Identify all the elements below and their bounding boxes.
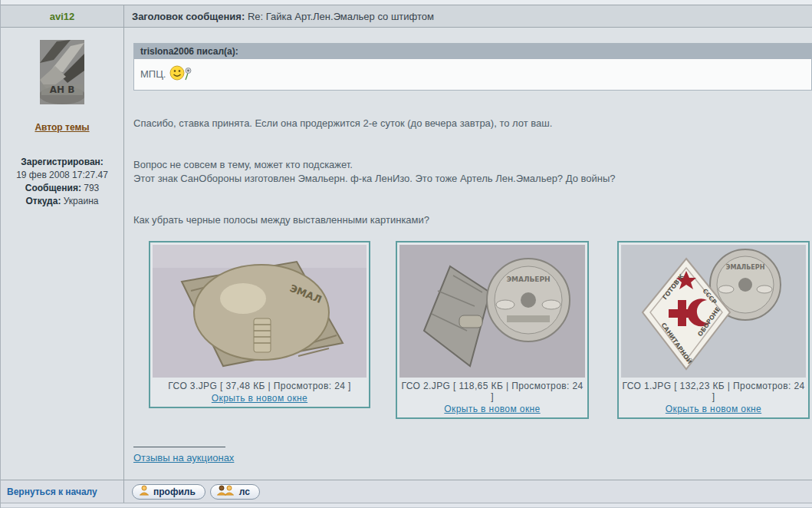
- post-paragraph: Вопрос не совсем в тему, может кто подск…: [133, 158, 812, 172]
- post-paragraph: Как убрать черные полосы между выставлен…: [133, 213, 812, 227]
- svg-text:ЭМАЛЬЕРН: ЭМАЛЬЕРН: [726, 264, 765, 271]
- attachment-image-gso1: ЭМАЛЬЕРН ГОТОВ К САНИТАРНОЙ ОБОРОНЕ СССР: [621, 245, 806, 378]
- profile-buttons-cell: профиль лс: [124, 484, 260, 500]
- signature-block: Отзывы на аукционах: [133, 447, 812, 463]
- registered-value: 19 фев 2008 17:27.47: [16, 170, 108, 180]
- post-main-row: АН В Автор темы Зарегистрирован: 19 фев …: [1, 28, 812, 480]
- attachments-row: ЭМАЛ ГСО 3.JPG [ 37,48 КБ | Просмотров: …: [149, 241, 812, 419]
- open-in-new-window-link[interactable]: Окрыть в новом окне: [621, 404, 806, 414]
- attachment-caption: ГСО 2.JPG [ 118,65 КБ | Просмотров: 24 ]: [399, 381, 585, 402]
- private-message-button[interactable]: лс: [210, 484, 260, 500]
- posts-value: 793: [84, 183, 99, 193]
- open-in-new-window-link[interactable]: Окрыть в новом окне: [153, 393, 367, 404]
- forum-post-page: avi12 Заголовок сообщения: Re: Гайка Арт…: [0, 0, 812, 508]
- subject-label: Заголовок сообщения:: [132, 11, 245, 22]
- subject-cell: Заголовок сообщения: Re: Гайка Арт.Лен.Э…: [124, 11, 434, 22]
- username-cell: avi12: [1, 5, 124, 27]
- posts-label: Сообщения:: [25, 183, 81, 193]
- post-header-row: avi12 Заголовок сообщения: Re: Гайка Арт…: [1, 5, 812, 28]
- back-to-top-cell: Вернуться к началу: [1, 480, 124, 503]
- quote-body: МПЦ.: [134, 59, 811, 90]
- from-label: Откуда:: [26, 196, 61, 206]
- attachment-image-gso3: ЭМАЛ: [153, 245, 367, 378]
- quote-block: trislona2006 писал(а): МПЦ.: [133, 43, 812, 91]
- from-value: Украина: [64, 196, 99, 206]
- attachment-box: ЭМАЛЬЕРН ГОТОВ К САНИТАРНОЙ ОБОРОНЕ СССР…: [617, 241, 810, 419]
- signature-link[interactable]: Отзывы на аукционах: [133, 452, 234, 463]
- post-footer-row: Вернуться к началу профиль: [1, 480, 812, 503]
- attachment-box: ЭМАЛЬЕРН ГСО 2.JPG [ 118,65 КБ | Просмот…: [396, 241, 589, 419]
- quote-header: trislona2006 писал(а):: [134, 44, 811, 59]
- profile-button-label: профиль: [153, 487, 196, 497]
- post-paragraph: Спасибо, ставка принята. Если она продер…: [133, 117, 812, 130]
- top-strip: [1, 0, 812, 5]
- username-link[interactable]: avi12: [50, 11, 75, 22]
- signature-divider: [133, 447, 225, 447]
- attachment-caption: ГСО 3.JPG [ 37,48 КБ | Просмотров: 24 ]: [153, 381, 367, 391]
- two-persons-icon: [217, 485, 235, 498]
- subject-text: Re: Гайка Арт.Лен.Эмальер со штифтом: [248, 11, 434, 22]
- registered-label: Зарегистрирован:: [21, 157, 104, 167]
- attachment-image-gso2: ЭМАЛЬЕРН: [399, 245, 585, 378]
- profile-button[interactable]: профиль: [132, 484, 205, 500]
- user-info-block: Зарегистрирован: 19 фев 2008 17:27.47 Со…: [1, 156, 123, 208]
- open-in-new-window-link[interactable]: Окрыть в новом окне: [399, 404, 585, 414]
- smile-with-flower-icon: [169, 64, 192, 84]
- attachment-box: ЭМАЛ ГСО 3.JPG [ 37,48 КБ | Просмотров: …: [149, 241, 370, 408]
- user-avatar: АН В: [40, 40, 84, 104]
- post-body: trislona2006 писал(а): МПЦ.: [124, 28, 812, 480]
- back-to-top-link[interactable]: Вернуться к началу: [7, 487, 97, 497]
- author-sidebar: АН В Автор темы Зарегистрирован: 19 фев …: [1, 28, 124, 480]
- svg-text:АН В: АН В: [50, 84, 75, 95]
- pm-button-label: лс: [239, 487, 250, 497]
- svg-text:ЭМАЛЬЕРН: ЭМАЛЬЕРН: [506, 275, 550, 283]
- post-paragraph: Этот знак СанОбороны изготовлен Эмальерн…: [133, 172, 812, 186]
- quote-text: МПЦ.: [140, 68, 166, 80]
- attachment-caption: ГСО 1.JPG [ 132,23 КБ | Просмотров: 24 ]: [621, 381, 806, 402]
- author-topic-link[interactable]: Автор темы: [35, 122, 89, 133]
- bottom-strip: [1, 503, 812, 508]
- person-icon: [139, 485, 150, 498]
